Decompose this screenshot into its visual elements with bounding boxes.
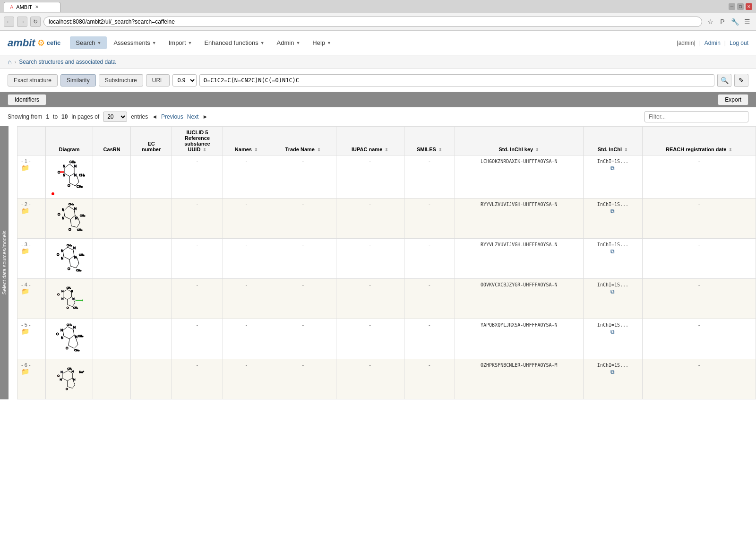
nav-search[interactable]: Search ▼ — [70, 36, 107, 49]
svg-text:N: N — [61, 249, 63, 252]
folder-icon-2[interactable]: 📁 — [21, 207, 42, 215]
diagram-cell-1[interactable]: N N N N O O CH₃ CH₃ CH₃ — [46, 156, 93, 199]
address-bar[interactable] — [43, 17, 702, 27]
nav-import[interactable]: Import ▼ — [163, 36, 198, 49]
iupac-name-5: - — [336, 319, 404, 359]
svg-line-9 — [77, 176, 79, 182]
ec-number-2 — [131, 199, 172, 239]
svg-text:N: N — [73, 326, 76, 329]
names-4: - — [223, 279, 270, 319]
browser-nav-right: ☆ P 🔧 ☰ — [705, 17, 752, 27]
svg-line-3 — [65, 173, 69, 176]
side-tab[interactable]: Select data sources/models — [0, 126, 9, 399]
inchi-key-sort-icon[interactable]: ⇕ — [535, 147, 539, 152]
restore-btn[interactable]: □ — [737, 3, 744, 10]
row-label-2: - 2 - 📁 — [17, 199, 46, 239]
svg-line-22 — [69, 206, 74, 210]
logout-link[interactable]: Log out — [730, 40, 748, 46]
svg-text:CH₃: CH₃ — [69, 203, 74, 206]
search-submit-btn[interactable]: 🔍 — [717, 74, 731, 87]
trade-name-6: - — [270, 359, 336, 399]
svg-line-45 — [64, 257, 69, 259]
side-tab-label: Select data sources/models — [0, 227, 8, 298]
iupac-sort-icon[interactable]: ⇕ — [385, 147, 388, 152]
inchi-sort-icon[interactable]: ⇕ — [624, 147, 628, 152]
copy-inchi-icon-2[interactable]: ⧉ — [587, 208, 639, 215]
substructure-btn[interactable]: Substructure — [99, 74, 143, 86]
ec-number-6 — [131, 359, 172, 399]
svg-text:CH₃: CH₃ — [80, 214, 86, 217]
svg-text:N: N — [61, 336, 63, 339]
copy-inchi-icon-5[interactable]: ⧉ — [587, 328, 639, 335]
previous-btn[interactable]: Previous — [161, 113, 183, 120]
next-btn[interactable]: Next — [187, 113, 199, 120]
diagram-cell-3[interactable]: N N N N O O CH₃ CH₃ CH₃ — [46, 239, 93, 279]
inchi-key-cell-1: LCHGOKZNRDAXEK-UHFFFAOYSA-N — [455, 156, 583, 199]
admin-link[interactable]: Admin — [704, 40, 721, 46]
names-sort-icon[interactable]: ⇕ — [254, 147, 258, 152]
edit-search-btn[interactable]: ✎ — [734, 74, 748, 87]
exact-structure-btn[interactable]: Exact structure — [8, 74, 58, 86]
svg-text:CH₃: CH₃ — [79, 253, 85, 256]
folder-icon-1[interactable]: 📁 — [21, 164, 42, 172]
export-btn[interactable]: Export — [718, 94, 748, 105]
copy-inchi-icon-1[interactable]: ⧉ — [587, 165, 639, 172]
window-controls: ─ □ ✕ — [729, 3, 752, 10]
diagram-cell-5[interactable]: N N N N O O CH₃ CH₃ CH₃ — [46, 319, 93, 359]
search-input[interactable] — [199, 74, 714, 86]
smiles-sort-icon[interactable]: ⇕ — [438, 147, 442, 152]
nav-assessments[interactable]: Assessments ▼ — [108, 36, 162, 49]
breadcrumb-link[interactable]: Search structures and associated data — [19, 59, 116, 65]
forward-btn[interactable]: → — [17, 17, 27, 27]
nav-help[interactable]: Help ▼ — [307, 36, 337, 49]
tab-close-icon[interactable]: ✕ — [35, 4, 39, 9]
svg-line-43 — [73, 250, 74, 256]
tradename-sort-icon[interactable]: ⇕ — [317, 147, 321, 152]
folder-icon-6[interactable]: 📁 — [21, 368, 42, 375]
inchi-cell-5: InChI=1S... ⧉ — [583, 319, 643, 359]
diagram-cell-4[interactable]: O O N N N N CH₃ CH₃ — [46, 279, 93, 319]
inchi-val-2: InChI=1S... — [597, 202, 628, 207]
browser-tab[interactable]: A AMBIT ✕ — [4, 2, 60, 12]
svg-text:N: N — [61, 257, 63, 260]
per-page-select[interactable]: 20 50 100 — [103, 112, 127, 122]
page-to: 10 — [61, 113, 68, 120]
close-btn[interactable]: ✕ — [746, 3, 752, 10]
filter-input[interactable] — [644, 111, 748, 122]
folder-icon-3[interactable]: 📁 — [21, 247, 42, 255]
reach-sort-icon[interactable]: ⇕ — [729, 147, 732, 152]
reach-date-2: - — [643, 199, 756, 239]
folder-icon-4[interactable]: 📁 — [21, 287, 42, 295]
page-from: 1 — [46, 113, 49, 120]
minimize-btn[interactable]: ─ — [729, 3, 735, 10]
col-header-inchi: Std. InChI ⇕ — [583, 127, 643, 156]
iuclid5-sort-icon[interactable]: ⇕ — [203, 147, 206, 152]
names-6: - — [223, 359, 270, 399]
svg-text:N: N — [60, 328, 63, 332]
profile-icon[interactable]: P — [717, 17, 728, 27]
copy-inchi-icon-3[interactable]: ⧉ — [587, 248, 639, 255]
back-btn[interactable]: ← — [4, 17, 14, 27]
diagram-cell-2[interactable]: N N N N O O CH₃ CH₃ CH₃ — [46, 199, 93, 239]
svg-line-113 — [73, 380, 75, 385]
url-btn[interactable]: URL — [146, 74, 170, 86]
casrn-5 — [93, 319, 131, 359]
bookmark-icon[interactable]: ☆ — [705, 17, 715, 27]
nav-enhanced[interactable]: Enhanced functions ▼ — [198, 36, 270, 49]
similarity-select[interactable]: 0.9 0.8 0.7 0.6 — [172, 74, 197, 86]
home-icon[interactable]: ⌂ — [8, 58, 11, 66]
extension-icon[interactable]: 🔧 — [730, 17, 740, 27]
search-icon: 🔍 — [721, 77, 729, 84]
svg-line-2 — [69, 173, 74, 176]
nav-admin[interactable]: Admin ▼ — [271, 36, 306, 49]
identifiers-btn[interactable]: Identifiers — [8, 94, 46, 105]
trade-name-4: - — [270, 279, 336, 319]
menu-icon[interactable]: ☰ — [742, 17, 752, 27]
reach-date-1: - — [643, 156, 756, 199]
diagram-cell-6[interactable]: O O N N N N Na⁺ CH₃ — [46, 359, 93, 399]
reload-btn[interactable]: ↻ — [30, 17, 41, 27]
folder-icon-5[interactable]: 📁 — [21, 328, 42, 335]
copy-inchi-icon-6[interactable]: ⧉ — [587, 369, 639, 375]
similarity-btn[interactable]: Similarity — [60, 74, 96, 86]
copy-inchi-icon-4[interactable]: ⧉ — [587, 288, 639, 295]
